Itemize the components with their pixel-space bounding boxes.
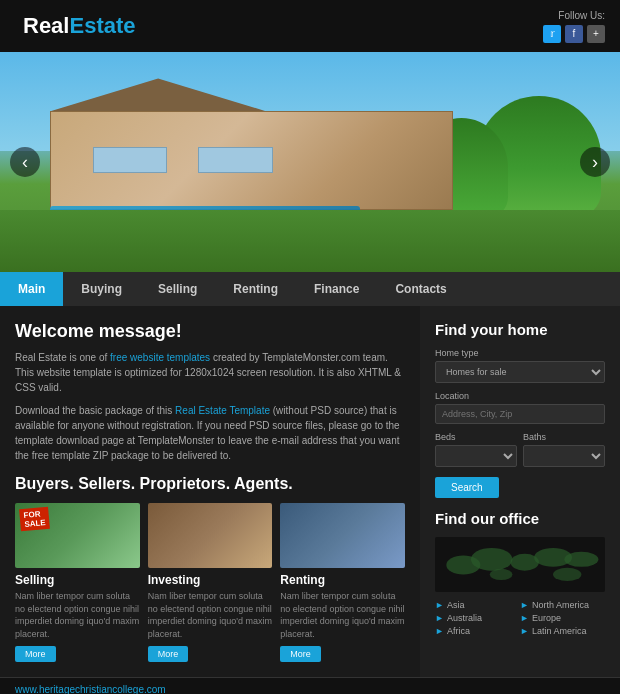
find-home-title: Find your home	[435, 321, 605, 338]
home-type-label: Home type	[435, 348, 605, 358]
navigation: Main Buying Selling Renting Finance Cont…	[0, 272, 620, 306]
nav-selling[interactable]: Selling	[140, 272, 215, 306]
card-renting-text: Nam liber tempor cum soluta no electend …	[280, 590, 405, 640]
region-asia-label: Asia	[447, 600, 465, 610]
region-asia: ► Asia	[435, 600, 520, 610]
logo: RealEstate	[15, 8, 144, 44]
arrow-icon: ►	[435, 626, 444, 636]
region-north-america-label: North America	[532, 600, 589, 610]
svg-point-4	[564, 552, 598, 567]
region-australia-label: Australia	[447, 613, 482, 623]
region-latin-america: ► Latin America	[520, 626, 605, 636]
nav-buying[interactable]: Buying	[63, 272, 140, 306]
social-icons: 𝕣 f +	[543, 25, 605, 43]
card-selling-more[interactable]: More	[15, 646, 56, 662]
card-investing-more[interactable]: More	[148, 646, 189, 662]
card-renting-more[interactable]: More	[280, 646, 321, 662]
location-label: Location	[435, 391, 605, 401]
footer-url: www.heritagechristiancollege.com	[15, 684, 166, 694]
find-office-title: Find our office	[435, 510, 605, 527]
arrow-icon: ►	[520, 626, 529, 636]
arrow-icon: ►	[435, 613, 444, 623]
card-selling-text: Nam liber tempor cum soluta no electend …	[15, 590, 140, 640]
follow-us: Follow Us: 𝕣 f +	[543, 10, 605, 43]
region-europe: ► Europe	[520, 613, 605, 623]
card-selling: FORSALE Selling Nam liber tempor cum sol…	[15, 503, 140, 662]
twitter-icon[interactable]: 𝕣	[543, 25, 561, 43]
card-investing-text: Nam liber tempor cum soluta no electend …	[148, 590, 273, 640]
region-latin-america-label: Latin America	[532, 626, 587, 636]
content-right: Find your home Home type Homes for sale …	[420, 306, 620, 677]
arrow-icon: ►	[435, 600, 444, 610]
footer-bar: www.heritagechristiancollege.com	[0, 677, 620, 694]
region-col-2: ► North America ► Europe ► Latin America	[520, 600, 605, 639]
card-investing-image	[148, 503, 273, 568]
beds-select[interactable]: 1 2 3 4+	[435, 445, 517, 467]
find-office: Find our office ► Asia	[435, 510, 605, 639]
svg-point-1	[471, 548, 513, 571]
region-europe-label: Europe	[532, 613, 561, 623]
regions: ► Asia ► Australia ► Africa ► No	[435, 600, 605, 639]
nav-finance[interactable]: Finance	[296, 272, 377, 306]
baths-group: Baths 1 2 3 4+	[523, 432, 605, 475]
card-renting-title: Renting	[280, 573, 405, 587]
welcome-title: Welcome message!	[15, 321, 405, 342]
baths-label: Baths	[523, 432, 605, 442]
card-investing: Investing Nam liber tempor cum soluta no…	[148, 503, 273, 662]
for-sale-badge: FORSALE	[19, 507, 50, 531]
nav-renting[interactable]: Renting	[215, 272, 296, 306]
arrow-icon: ►	[520, 613, 529, 623]
card-renting-image	[280, 503, 405, 568]
cards-container: FORSALE Selling Nam liber tempor cum sol…	[15, 503, 405, 662]
svg-point-5	[490, 569, 513, 580]
card-renting: Renting Nam liber tempor cum soluta no e…	[280, 503, 405, 662]
location-input[interactable]	[435, 404, 605, 424]
region-australia: ► Australia	[435, 613, 520, 623]
region-north-america: ► North America	[520, 600, 605, 610]
nav-contacts[interactable]: Contacts	[377, 272, 464, 306]
arrow-icon: ►	[520, 600, 529, 610]
header: RealEstate Follow Us: 𝕣 f +	[0, 0, 620, 52]
logo-estate: Estate	[69, 13, 135, 38]
welcome-text: Real Estate is one of free website templ…	[15, 350, 405, 395]
real-estate-link[interactable]: Real Estate Template	[175, 405, 270, 416]
hero-next-button[interactable]: ›	[580, 147, 610, 177]
hero-banner: ‹ ›	[0, 52, 620, 272]
beds-label: Beds	[435, 432, 517, 442]
card-selling-image: FORSALE	[15, 503, 140, 568]
region-col-1: ► Asia ► Australia ► Africa	[435, 600, 520, 639]
buyers-title: Buyers. Sellers. Proprietors. Agents.	[15, 475, 405, 493]
card-selling-title: Selling	[15, 573, 140, 587]
nav-main[interactable]: Main	[0, 272, 63, 306]
facebook-icon[interactable]: f	[565, 25, 583, 43]
template-link[interactable]: free website templates	[110, 352, 210, 363]
beds-baths-row: Beds 1 2 3 4+ Baths 1 2 3 4+	[435, 432, 605, 475]
card-investing-title: Investing	[148, 573, 273, 587]
beds-group: Beds 1 2 3 4+	[435, 432, 517, 475]
logo-real: Real	[23, 13, 69, 38]
home-type-select[interactable]: Homes for sale Apartments Commercial	[435, 361, 605, 383]
hero-image	[0, 52, 620, 272]
region-africa: ► Africa	[435, 626, 520, 636]
baths-select[interactable]: 1 2 3 4+	[523, 445, 605, 467]
main-content: Welcome message! Real Estate is one of f…	[0, 306, 620, 677]
content-left: Welcome message! Real Estate is one of f…	[0, 306, 420, 677]
hero-prev-button[interactable]: ‹	[10, 147, 40, 177]
region-africa-label: Africa	[447, 626, 470, 636]
search-button[interactable]: Search	[435, 477, 499, 498]
googleplus-icon[interactable]: +	[587, 25, 605, 43]
world-map	[435, 537, 605, 592]
svg-point-6	[553, 568, 581, 581]
follow-us-label: Follow Us:	[543, 10, 605, 21]
welcome-text-2: Download the basic package of this Real …	[15, 403, 405, 463]
